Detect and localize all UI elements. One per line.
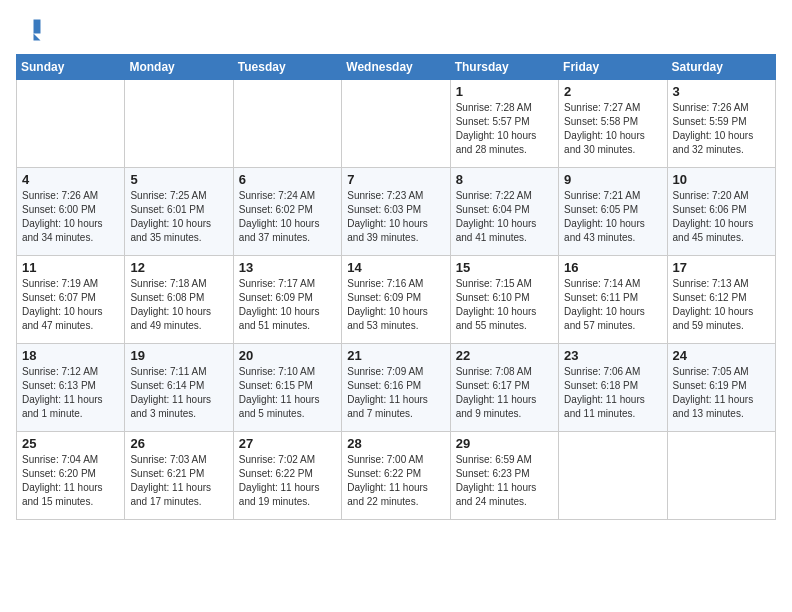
day-content: Sunrise: 7:28 AM Sunset: 5:57 PM Dayligh… — [456, 101, 553, 157]
calendar-cell: 24Sunrise: 7:05 AM Sunset: 6:19 PM Dayli… — [667, 344, 775, 432]
calendar-cell: 28Sunrise: 7:00 AM Sunset: 6:22 PM Dayli… — [342, 432, 450, 520]
calendar-cell — [17, 80, 125, 168]
day-number: 15 — [456, 260, 553, 275]
calendar-cell — [342, 80, 450, 168]
calendar-cell: 2Sunrise: 7:27 AM Sunset: 5:58 PM Daylig… — [559, 80, 667, 168]
day-content: Sunrise: 7:16 AM Sunset: 6:09 PM Dayligh… — [347, 277, 444, 333]
day-content: Sunrise: 7:27 AM Sunset: 5:58 PM Dayligh… — [564, 101, 661, 157]
calendar-table: SundayMondayTuesdayWednesdayThursdayFrid… — [16, 54, 776, 520]
day-number: 23 — [564, 348, 661, 363]
day-content: Sunrise: 7:19 AM Sunset: 6:07 PM Dayligh… — [22, 277, 119, 333]
calendar-week-1: 1Sunrise: 7:28 AM Sunset: 5:57 PM Daylig… — [17, 80, 776, 168]
day-number: 29 — [456, 436, 553, 451]
day-number: 7 — [347, 172, 444, 187]
calendar-cell: 11Sunrise: 7:19 AM Sunset: 6:07 PM Dayli… — [17, 256, 125, 344]
day-content: Sunrise: 7:22 AM Sunset: 6:04 PM Dayligh… — [456, 189, 553, 245]
day-number: 22 — [456, 348, 553, 363]
day-content: Sunrise: 7:08 AM Sunset: 6:17 PM Dayligh… — [456, 365, 553, 421]
calendar-cell: 6Sunrise: 7:24 AM Sunset: 6:02 PM Daylig… — [233, 168, 341, 256]
weekday-header-sunday: Sunday — [17, 55, 125, 80]
day-number: 6 — [239, 172, 336, 187]
day-number: 18 — [22, 348, 119, 363]
day-number: 13 — [239, 260, 336, 275]
calendar-cell: 27Sunrise: 7:02 AM Sunset: 6:22 PM Dayli… — [233, 432, 341, 520]
calendar-cell: 13Sunrise: 7:17 AM Sunset: 6:09 PM Dayli… — [233, 256, 341, 344]
day-number: 27 — [239, 436, 336, 451]
calendar-cell: 7Sunrise: 7:23 AM Sunset: 6:03 PM Daylig… — [342, 168, 450, 256]
calendar-cell: 19Sunrise: 7:11 AM Sunset: 6:14 PM Dayli… — [125, 344, 233, 432]
calendar-cell: 5Sunrise: 7:25 AM Sunset: 6:01 PM Daylig… — [125, 168, 233, 256]
day-number: 25 — [22, 436, 119, 451]
calendar-cell — [233, 80, 341, 168]
weekday-header-saturday: Saturday — [667, 55, 775, 80]
day-number: 11 — [22, 260, 119, 275]
day-content: Sunrise: 7:09 AM Sunset: 6:16 PM Dayligh… — [347, 365, 444, 421]
day-number: 24 — [673, 348, 770, 363]
calendar-cell: 9Sunrise: 7:21 AM Sunset: 6:05 PM Daylig… — [559, 168, 667, 256]
calendar-cell — [559, 432, 667, 520]
day-number: 17 — [673, 260, 770, 275]
day-content: Sunrise: 6:59 AM Sunset: 6:23 PM Dayligh… — [456, 453, 553, 509]
day-number: 3 — [673, 84, 770, 99]
calendar-cell: 22Sunrise: 7:08 AM Sunset: 6:17 PM Dayli… — [450, 344, 558, 432]
weekday-header-tuesday: Tuesday — [233, 55, 341, 80]
day-number: 28 — [347, 436, 444, 451]
weekday-header-friday: Friday — [559, 55, 667, 80]
day-content: Sunrise: 7:25 AM Sunset: 6:01 PM Dayligh… — [130, 189, 227, 245]
day-content: Sunrise: 7:14 AM Sunset: 6:11 PM Dayligh… — [564, 277, 661, 333]
day-content: Sunrise: 7:23 AM Sunset: 6:03 PM Dayligh… — [347, 189, 444, 245]
weekday-header-monday: Monday — [125, 55, 233, 80]
logo-icon — [16, 16, 44, 44]
day-number: 19 — [130, 348, 227, 363]
day-content: Sunrise: 7:13 AM Sunset: 6:12 PM Dayligh… — [673, 277, 770, 333]
calendar-week-2: 4Sunrise: 7:26 AM Sunset: 6:00 PM Daylig… — [17, 168, 776, 256]
day-number: 8 — [456, 172, 553, 187]
calendar-week-3: 11Sunrise: 7:19 AM Sunset: 6:07 PM Dayli… — [17, 256, 776, 344]
calendar-cell: 1Sunrise: 7:28 AM Sunset: 5:57 PM Daylig… — [450, 80, 558, 168]
day-number: 16 — [564, 260, 661, 275]
calendar-cell: 8Sunrise: 7:22 AM Sunset: 6:04 PM Daylig… — [450, 168, 558, 256]
day-content: Sunrise: 7:17 AM Sunset: 6:09 PM Dayligh… — [239, 277, 336, 333]
svg-marker-2 — [34, 34, 41, 41]
day-number: 1 — [456, 84, 553, 99]
calendar-cell — [667, 432, 775, 520]
day-number: 12 — [130, 260, 227, 275]
day-content: Sunrise: 7:18 AM Sunset: 6:08 PM Dayligh… — [130, 277, 227, 333]
day-content: Sunrise: 7:04 AM Sunset: 6:20 PM Dayligh… — [22, 453, 119, 509]
calendar-cell: 3Sunrise: 7:26 AM Sunset: 5:59 PM Daylig… — [667, 80, 775, 168]
day-number: 2 — [564, 84, 661, 99]
calendar-cell: 18Sunrise: 7:12 AM Sunset: 6:13 PM Dayli… — [17, 344, 125, 432]
calendar-cell: 17Sunrise: 7:13 AM Sunset: 6:12 PM Dayli… — [667, 256, 775, 344]
calendar-cell: 16Sunrise: 7:14 AM Sunset: 6:11 PM Dayli… — [559, 256, 667, 344]
day-content: Sunrise: 7:05 AM Sunset: 6:19 PM Dayligh… — [673, 365, 770, 421]
calendar-cell — [125, 80, 233, 168]
calendar-cell: 12Sunrise: 7:18 AM Sunset: 6:08 PM Dayli… — [125, 256, 233, 344]
calendar-cell: 26Sunrise: 7:03 AM Sunset: 6:21 PM Dayli… — [125, 432, 233, 520]
calendar-cell: 25Sunrise: 7:04 AM Sunset: 6:20 PM Dayli… — [17, 432, 125, 520]
day-content: Sunrise: 7:06 AM Sunset: 6:18 PM Dayligh… — [564, 365, 661, 421]
weekday-header-wednesday: Wednesday — [342, 55, 450, 80]
day-content: Sunrise: 7:11 AM Sunset: 6:14 PM Dayligh… — [130, 365, 227, 421]
day-content: Sunrise: 7:21 AM Sunset: 6:05 PM Dayligh… — [564, 189, 661, 245]
calendar-cell: 10Sunrise: 7:20 AM Sunset: 6:06 PM Dayli… — [667, 168, 775, 256]
page-header — [16, 16, 776, 44]
svg-marker-1 — [34, 20, 41, 34]
day-number: 10 — [673, 172, 770, 187]
calendar-cell: 4Sunrise: 7:26 AM Sunset: 6:00 PM Daylig… — [17, 168, 125, 256]
day-content: Sunrise: 7:15 AM Sunset: 6:10 PM Dayligh… — [456, 277, 553, 333]
calendar-cell: 29Sunrise: 6:59 AM Sunset: 6:23 PM Dayli… — [450, 432, 558, 520]
calendar-cell: 23Sunrise: 7:06 AM Sunset: 6:18 PM Dayli… — [559, 344, 667, 432]
day-number: 4 — [22, 172, 119, 187]
day-content: Sunrise: 7:03 AM Sunset: 6:21 PM Dayligh… — [130, 453, 227, 509]
day-content: Sunrise: 7:02 AM Sunset: 6:22 PM Dayligh… — [239, 453, 336, 509]
day-number: 26 — [130, 436, 227, 451]
day-content: Sunrise: 7:26 AM Sunset: 6:00 PM Dayligh… — [22, 189, 119, 245]
calendar-week-5: 25Sunrise: 7:04 AM Sunset: 6:20 PM Dayli… — [17, 432, 776, 520]
calendar-cell: 15Sunrise: 7:15 AM Sunset: 6:10 PM Dayli… — [450, 256, 558, 344]
day-content: Sunrise: 7:20 AM Sunset: 6:06 PM Dayligh… — [673, 189, 770, 245]
day-content: Sunrise: 7:10 AM Sunset: 6:15 PM Dayligh… — [239, 365, 336, 421]
calendar-cell: 20Sunrise: 7:10 AM Sunset: 6:15 PM Dayli… — [233, 344, 341, 432]
calendar-week-4: 18Sunrise: 7:12 AM Sunset: 6:13 PM Dayli… — [17, 344, 776, 432]
day-number: 9 — [564, 172, 661, 187]
logo — [16, 16, 48, 44]
